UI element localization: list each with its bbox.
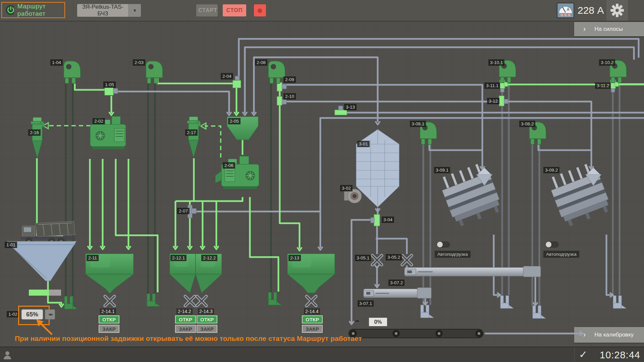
gear-icon [610, 3, 625, 18]
close-button-2-14-3[interactable]: ЗАКР [197, 325, 217, 333]
start-button[interactable]: СТАРТ [196, 4, 218, 16]
user-icon[interactable] [3, 351, 11, 359]
autoload-toggle-1[interactable] [437, 241, 450, 248]
route-status-text: Маршрут работает [17, 3, 64, 17]
autoload-label-2: Автоподгрузка [543, 251, 579, 258]
equipment-label-3-05-2: 3-05.2 [386, 254, 402, 260]
equipment-label-3-10-2: 3-10.2 [599, 59, 615, 66]
equipment-label-2-16: 2-16 [28, 129, 41, 136]
toggle-knob [437, 242, 443, 247]
equipment-label-2-02: 2-02 [93, 118, 105, 124]
equipment-label-2-10: 2-10 [283, 93, 296, 100]
route-status-indicator: Маршрут работает [1, 2, 65, 18]
equipment-label-2-08: 2-08 [255, 59, 267, 66]
equipment-label-5-01 [356, 320, 359, 322]
equipment-label-2-12-1: 2-12.1 [170, 255, 186, 261]
equipment-label-3-01: 3-01 [357, 141, 370, 147]
cyclone-2-17 [187, 117, 201, 158]
equipment-label-2-09: 2-09 [283, 76, 296, 83]
conveyor-3-07-1 [364, 288, 431, 298]
toolbar: Маршрут работает ЗЯ-Petkus-TAS-БЧЗ ▼ СТА… [0, 0, 644, 21]
status-bar: ✓ 10:28:44 [0, 347, 644, 362]
equipment-label-2-17: 2-17 [185, 129, 198, 136]
equipment-label-3-08-2: 3-08.2 [519, 121, 535, 127]
equipment-label-1-02: 1-02 [7, 311, 19, 317]
equipment-label-3-04: 3-04 [382, 217, 394, 223]
open-button-2-14-2[interactable]: ОТКР [175, 315, 196, 323]
equipment-label-2-05: 2-05 [228, 118, 240, 124]
close-button-2-14-1[interactable]: ЗАКР [99, 325, 119, 333]
equipment-label-2-03: 2-03 [133, 59, 145, 66]
ammeter-icon: A [557, 3, 574, 18]
ack-check-icon[interactable]: ✓ [579, 349, 587, 360]
belt-5-01 [349, 329, 483, 338]
valve-label-2-14-4: 2-14.4 [304, 308, 320, 314]
gate-fill-indicator [29, 290, 61, 296]
equipment-label-1-01: 1-01 [5, 242, 17, 248]
equipment-label-2-06: 2-06 [223, 162, 235, 169]
open-button-2-14-4[interactable]: ОТКР [302, 315, 323, 323]
power-icon [5, 5, 14, 15]
equipment-label-3-13: 3-13 [344, 104, 357, 110]
equipment-label-3-09-1: 3-09.1 [434, 167, 450, 173]
equipment-label-3-11-1: 3-11.1 [484, 82, 500, 89]
autoload-label-1: Автоподгрузка [435, 251, 471, 258]
equipment-label-2-12-2: 2-12.2 [201, 255, 217, 261]
close-button-2-14-2[interactable]: ЗАКР [175, 325, 196, 333]
belt-speed-value[interactable]: 0% [369, 318, 387, 326]
equipment-label-3-07-1: 3-07.1 [358, 300, 374, 307]
equipment-label-2-04: 2-04 [221, 73, 233, 79]
scada-screen: .gl{stroke:#99a1b2;stroke-width:5;fill:n… [0, 0, 644, 362]
route-select-value: ЗЯ-Petkus-TAS-БЧЗ [77, 4, 128, 17]
equipment-label-3-02: 3-02 [340, 185, 353, 191]
warning-note: При наличии позиционной задвижки открыва… [15, 335, 362, 343]
dropdown-arrow-icon: ▼ [128, 4, 141, 17]
equipment-label-3-12: 3-12 [487, 98, 499, 104]
process-diagram: .gl{stroke:#99a1b2;stroke-width:5;fill:n… [0, 0, 644, 362]
equipment-label-3-05-1: 3-05.1 [355, 255, 371, 261]
valve-label-2-14-3: 2-14.3 [198, 308, 214, 314]
equipment-label-3-07-2: 3-07.2 [388, 280, 405, 286]
slide-valves [105, 255, 412, 306]
stop-button[interactable]: СТОП [223, 4, 246, 16]
open-button-2-14-1[interactable]: ОТКР [99, 315, 119, 323]
equipment-label-3-09-2: 3-09.2 [543, 167, 559, 173]
cyclone-2-16 [31, 117, 44, 158]
autoload-toggle-2[interactable] [545, 241, 559, 248]
close-button-2-14-4[interactable]: ЗАКР [302, 325, 323, 333]
toggle-knob [546, 242, 551, 247]
clock: 10:28:44 [600, 350, 640, 361]
machine-2-06 [215, 156, 259, 189]
gate-position-button[interactable]: 65% [21, 309, 43, 319]
open-button-2-14-3[interactable]: ОТКР [197, 315, 217, 323]
conveyor-3-07-2 [405, 266, 541, 277]
gate-collapse-button[interactable]: ◀◀ [45, 309, 55, 319]
valve-label-2-14-2: 2-14.2 [176, 308, 193, 314]
ammeter-value: 228 А [578, 5, 604, 16]
route-select-dropdown[interactable]: ЗЯ-Petkus-TAS-БЧЗ ▼ [77, 4, 141, 17]
settings-button[interactable] [606, 0, 628, 21]
equipment-label-2-13: 2-13 [288, 255, 301, 261]
equipment-label-3-10-1: 3-10.1 [488, 59, 504, 66]
emergency-stop-button[interactable]: ⊗ [254, 4, 266, 16]
equipment-label-1-04: 1-04 [50, 59, 63, 66]
valve-label-2-14-1: 2-14.1 [100, 308, 116, 314]
svg-text:A: A [567, 7, 570, 11]
equipment-label-3-08-1: 3-08.1 [410, 121, 426, 127]
equipment-label-2-07: 2-07 [177, 208, 190, 214]
equipment-label-2-11: 2-11 [87, 255, 99, 261]
equipment-label-3-11-2: 3-11.2 [595, 82, 611, 89]
elevator-boots [64, 292, 626, 318]
equipment-label-1-05: 1-05 [103, 81, 116, 88]
